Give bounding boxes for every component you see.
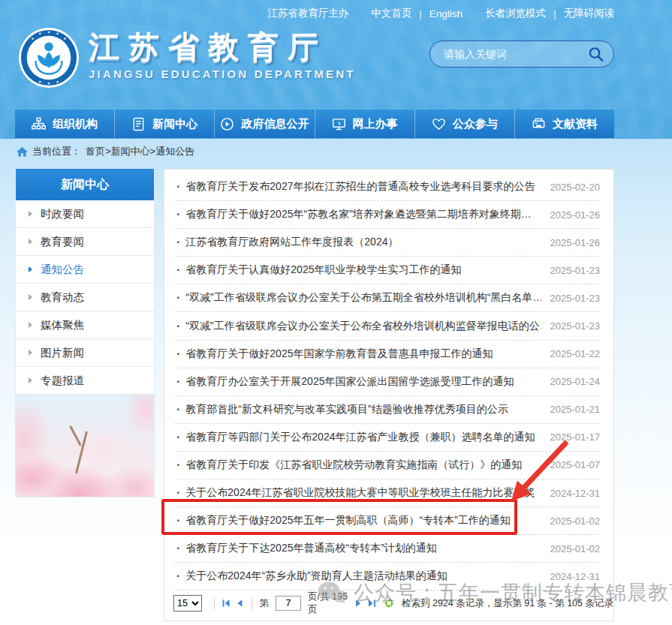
- sidebar-item-media-focus[interactable]: 媒体聚焦: [16, 311, 154, 339]
- notice-row[interactable]: ·“双减”工作省级联席会议办公室关于公布第五期全省校外培训机构“黑白名单…202…: [175, 284, 600, 312]
- sidebar-title: 新闻中心: [16, 169, 154, 200]
- site-subtitle: JIANGSU EDUCATION DEPARTMENT: [89, 68, 356, 80]
- divider: [252, 597, 252, 609]
- org-chart-icon: [32, 117, 46, 131]
- notice-title[interactable]: 省教育厅关于下达2025年普通高校“专转本”计划的通知: [185, 542, 541, 555]
- nav-label: 组织机构: [53, 117, 98, 131]
- notice-date: 2025-01-02: [550, 515, 601, 527]
- notice-row[interactable]: ·省教育厅关于做好2025年“苏教名家”培养对象遴选暨第二期培养对象终期…202…: [175, 201, 600, 229]
- sidebar-item-label: 时政要闻: [41, 207, 84, 221]
- sidebar-item-notices[interactable]: 通知公告: [16, 256, 154, 284]
- jiangsu-education-seal-icon: [18, 27, 80, 89]
- triangle-icon: [29, 239, 32, 245]
- notice-title[interactable]: 省教育厅关于做好2025年“苏教名家”培养对象遴选暨第二期培养对象终期…: [185, 208, 541, 221]
- notice-date: 2025-01-23: [550, 320, 601, 332]
- notice-row-highlighted[interactable]: ·省教育厅关于做好2025年五年一贯制高职（高师）“专转本”工作的通知2025-…: [175, 507, 600, 535]
- page-label-suffix: 页/共 195 页: [308, 590, 348, 616]
- last-page-icon[interactable]: [367, 597, 377, 609]
- nav-item-news-center[interactable]: 新闻中心: [115, 110, 215, 138]
- site-title: 江苏省教育厅: [89, 31, 356, 65]
- notice-title[interactable]: 教育部首批“新文科研究与改革实践项目”结题验收推荐优秀项目的公示: [185, 403, 541, 416]
- notice-title[interactable]: 关于公布2024年江苏省职业院校技能大赛中等职业学校班主任能力比赛获奖: [185, 486, 541, 500]
- nav-label: 公众参与: [453, 117, 498, 131]
- page-size-select[interactable]: 15: [173, 595, 202, 611]
- notice-title[interactable]: 省教育厅关于印发《江苏省职业院校劳动教育实施指南（试行）》的通知: [185, 458, 541, 472]
- breadcrumb-path[interactable]: 首页>新闻中心>通知公告: [86, 145, 194, 158]
- triangle-icon: [29, 377, 32, 383]
- notice-date: 2025-01-26: [550, 237, 601, 248]
- sidebar-item-education-news[interactable]: 教育要闻: [16, 228, 154, 256]
- notice-date: 2025-01-22: [550, 348, 601, 359]
- nav-item-online-service[interactable]: 网上办事: [315, 110, 415, 138]
- page-number-input[interactable]: [276, 596, 301, 611]
- nav-item-gov-info[interactable]: 政府信息公开: [215, 110, 315, 138]
- notice-row[interactable]: ·关于公布2024年江苏省职业院校技能大赛中等职业学校班主任能力比赛获奖2024…: [175, 479, 600, 507]
- notice-title[interactable]: 省教育厅关于发布2027年拟在江苏招生的普通高校专业选考科目要求的公告: [185, 180, 541, 194]
- sidebar-item-current-politics[interactable]: 时政要闻: [16, 200, 154, 228]
- sidebar-item-special-reports[interactable]: 专题报道: [16, 367, 154, 395]
- notice-title[interactable]: 省教育厅关于认真做好2025年职业学校学生实习工作的通知: [185, 263, 541, 277]
- notice-title[interactable]: 省教育厅等四部门关于公布2024年江苏省产业教授（兼职）选聘名单的通知: [185, 431, 541, 444]
- nav-item-public-participation[interactable]: 公众参与: [415, 110, 515, 138]
- notice-row[interactable]: ·省教育厅关于认真做好2025年职业学校学生实习工作的通知2025-01-23: [175, 257, 600, 284]
- record-count-text: 检索到 2924 条记录，显示第 91 条 - 第 105 条记录: [402, 597, 613, 610]
- sidebar-item-label: 图片新闻: [41, 346, 84, 360]
- notice-row[interactable]: ·江苏省教育厅政府网站工作年度报表（2024）2025-01-26: [175, 229, 600, 257]
- notice-title[interactable]: 江苏省教育厅政府网站工作年度报表（2024）: [185, 236, 541, 249]
- info-circle-icon: [220, 117, 234, 131]
- top-link-english[interactable]: English: [429, 8, 463, 20]
- triangle-icon: [29, 266, 32, 272]
- notice-date: 2025-01-07: [550, 459, 601, 470]
- notice-title[interactable]: 关于公布2024年“苏乡永助”资助育人主题活动结果的通知: [185, 569, 541, 583]
- notice-row[interactable]: ·省教育厅关于下达2025年普通高校“专转本”计划的通知2025-01-02: [175, 535, 600, 563]
- divider: |: [419, 8, 422, 20]
- notice-date: 2025-01-24: [550, 376, 601, 387]
- first-page-icon[interactable]: [221, 597, 231, 609]
- sidebar: 新闻中心 时政要闻 教育要闻 通知公告 教育动态 媒体聚焦 图片新闻 专题报道: [15, 169, 155, 497]
- notice-title[interactable]: “双减”工作省级联席会议办公室关于公布全省校外培训机构监督举报电话的公…: [185, 320, 541, 333]
- nav-item-documents[interactable]: 文献资料: [515, 110, 614, 138]
- notice-row[interactable]: ·省教育厅等四部门关于公布2024年江苏省产业教授（兼职）选聘名单的通知2025…: [175, 424, 600, 452]
- prev-page-icon[interactable]: [235, 597, 245, 609]
- notice-title[interactable]: 省教育厅关于做好2025年国家学前教育普及普惠县申报工作的通知: [185, 347, 541, 361]
- sidebar-item-photo-news[interactable]: 图片新闻: [16, 339, 154, 367]
- nav-label: 网上办事: [353, 117, 398, 131]
- bullet-icon: ·: [176, 263, 180, 277]
- nav-item-organization[interactable]: 组织机构: [15, 110, 115, 138]
- sidebar-item-education-trends[interactable]: 教育动态: [16, 284, 154, 311]
- bullet-icon: ·: [176, 431, 180, 444]
- bullet-icon: ·: [176, 514, 180, 527]
- search-icon[interactable]: [587, 45, 604, 63]
- next-page-icon[interactable]: [354, 597, 363, 609]
- notice-row[interactable]: ·“双减”工作省级联席会议办公室关于公布全省校外培训机构监督举报电话的公…202…: [175, 312, 600, 340]
- top-link-chinese-home[interactable]: 中文首页: [371, 7, 411, 20]
- notice-date: 2025-01-21: [550, 404, 601, 415]
- notice-title[interactable]: 省教育厅办公室关于开展2025年国家公派出国留学选派受理工作的通知: [185, 375, 541, 389]
- heart-icon: [432, 117, 446, 131]
- notice-row[interactable]: ·教育部首批“新文科研究与改革实践项目”结题验收推荐优秀项目的公示2025-01…: [175, 396, 600, 424]
- notice-row[interactable]: ·省教育厅关于印发《江苏省职业院校劳动教育实施指南（试行）》的通知2025-01…: [175, 452, 600, 479]
- notice-date: 2025-01-17: [550, 431, 601, 443]
- page-label-prefix: 第: [260, 597, 270, 610]
- search-input[interactable]: [430, 48, 587, 60]
- top-link-host[interactable]: 江苏省教育厅主办: [267, 7, 348, 20]
- bullet-icon: ·: [176, 569, 180, 583]
- bullet-icon: ·: [176, 458, 180, 472]
- refresh-icon[interactable]: [384, 596, 394, 610]
- top-link-elder-mode[interactable]: 长者浏览模式: [485, 7, 546, 20]
- main-nav: 组织机构 新闻中心 政府信息公开 网上办事: [15, 110, 614, 138]
- notice-date: 2025-01-26: [550, 209, 601, 221]
- triangle-icon: [29, 211, 32, 217]
- notice-row[interactable]: ·省教育厅关于发布2027年拟在江苏招生的普通高校专业选考科目要求的公告2025…: [175, 173, 600, 201]
- notice-list-panel: ·省教育厅关于发布2027年拟在江苏招生的普通高校专业选考科目要求的公告2025…: [164, 169, 614, 621]
- notice-row[interactable]: ·省教育厅关于做好2025年国家学前教育普及普惠县申报工作的通知2025-01-…: [175, 341, 600, 368]
- notice-date: 2025-01-23: [550, 293, 601, 304]
- notice-row[interactable]: ·省教育厅办公室关于开展2025年国家公派出国留学选派受理工作的通知2025-0…: [175, 368, 600, 396]
- bullet-icon: ·: [176, 347, 180, 361]
- news-doc-icon: [131, 117, 146, 131]
- notice-row[interactable]: ·关于公布2024年“苏乡永助”资助育人主题活动结果的通知2024-12-31: [175, 563, 600, 590]
- top-link-accessibility[interactable]: 无障碍阅读: [564, 7, 615, 20]
- notice-title[interactable]: “双减”工作省级联席会议办公室关于公布第五期全省校外培训机构“黑白名单…: [185, 291, 541, 305]
- nav-label: 文献资料: [553, 117, 598, 131]
- notice-title[interactable]: 省教育厅关于做好2025年五年一贯制高职（高师）“专转本”工作的通知: [185, 514, 541, 527]
